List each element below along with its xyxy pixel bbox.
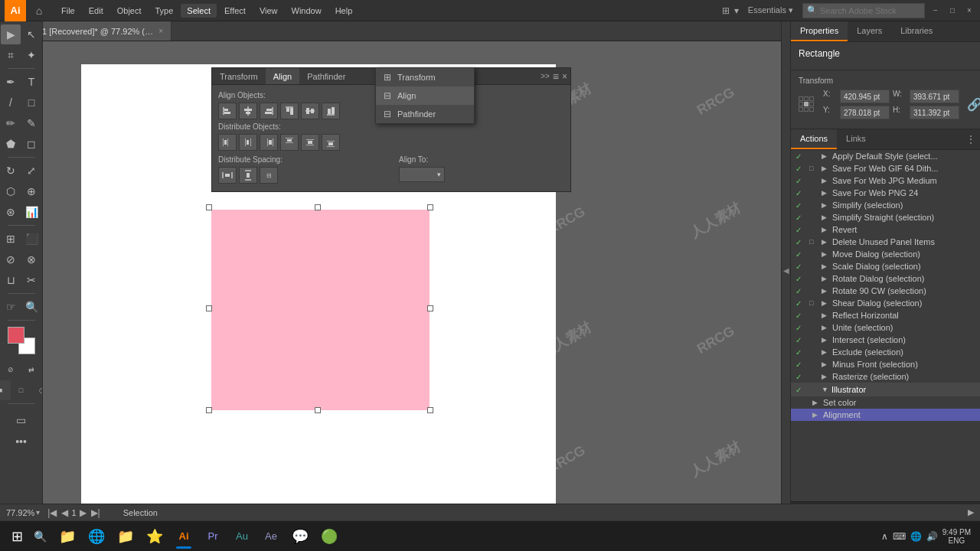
- action-row-11[interactable]: ✓ ▶ Rotate 90 CW (selection): [791, 285, 980, 297]
- sel-handle-tl[interactable]: [206, 204, 212, 210]
- nav-last[interactable]: ▶|: [90, 507, 102, 518]
- eyedropper-tool[interactable]: ⊘: [1, 249, 21, 269]
- lasso-tool[interactable]: ⌗: [1, 45, 21, 65]
- expand-sub-0[interactable]: ▶: [812, 399, 820, 406]
- expand-8[interactable]: ▶: [822, 250, 829, 258]
- start-button[interactable]: ⊞: [5, 524, 29, 549]
- mesh-tool[interactable]: ⊞: [1, 229, 21, 249]
- tray-arrow-icon[interactable]: ∧: [881, 531, 888, 542]
- action-row-8[interactable]: ✓ ▶ Move Dialog (selection): [791, 248, 980, 260]
- float-tab-align[interactable]: Align: [266, 68, 299, 84]
- rp-tab-properties[interactable]: Properties: [791, 21, 848, 41]
- sel-handle-bm[interactable]: [315, 407, 321, 413]
- action-row-15[interactable]: ✓ ▶ Intersect (selection): [791, 334, 980, 346]
- slice-tool[interactable]: ⊔: [1, 270, 21, 290]
- menu-help[interactable]: Help: [329, 4, 359, 18]
- taskbar-green[interactable]: 🟢: [315, 523, 343, 550]
- rp-tab-layers[interactable]: Layers: [848, 21, 891, 41]
- w-field[interactable]: [910, 90, 959, 103]
- expand-7[interactable]: ▶: [822, 238, 829, 246]
- line-tool[interactable]: /: [1, 93, 21, 112]
- sel-handle-tm[interactable]: [315, 204, 321, 210]
- zoom-dropdown-arrow[interactable]: ▾: [36, 508, 40, 517]
- align-bottom-edges-btn[interactable]: [322, 103, 340, 119]
- column-graph-tool[interactable]: 📊: [21, 202, 41, 222]
- blend-tool[interactable]: ⊗: [21, 249, 41, 269]
- taskbar-premiere[interactable]: Pr: [199, 523, 227, 550]
- align-horiz-center-btn[interactable]: [239, 103, 257, 119]
- sel-handle-mr[interactable]: [427, 305, 433, 311]
- search-input[interactable]: [802, 3, 925, 18]
- taskbar-ae[interactable]: Ae: [257, 523, 285, 550]
- sel-handle-br[interactable]: [427, 407, 433, 413]
- action-row-12[interactable]: ✓ □ ▶ Shear Dialog (selection): [791, 297, 980, 309]
- expand-10[interactable]: ▶: [822, 275, 829, 282]
- float-close-icon[interactable]: ×: [562, 71, 567, 82]
- direct-selection-tool[interactable]: ↖: [21, 24, 41, 44]
- dist-space3-btn[interactable]: ⊟: [260, 167, 278, 184]
- more-tools-btn[interactable]: •••: [11, 432, 31, 452]
- eraser-tool[interactable]: ◻: [21, 134, 41, 154]
- dist-horiz-space-btn[interactable]: [218, 167, 237, 184]
- tray-keyboard-icon[interactable]: ⌨: [893, 531, 906, 542]
- action-row-5[interactable]: ✓ ▶ Simplify Straight (selection): [791, 211, 980, 223]
- dist-vert-space-btn[interactable]: [239, 167, 257, 184]
- dd-item-pathfinder[interactable]: ⊟ Pathfinder: [376, 105, 474, 123]
- action-sub-1[interactable]: ▶ Alignment: [791, 409, 980, 421]
- fill-mode-btn[interactable]: ■: [0, 380, 11, 400]
- nav-first[interactable]: |◀: [46, 507, 58, 518]
- dist-left-btn[interactable]: [218, 134, 237, 151]
- menu-file[interactable]: File: [55, 4, 81, 18]
- expand-5[interactable]: ▶: [822, 214, 829, 221]
- align-to-select[interactable]: ▾: [399, 167, 445, 182]
- action-row-13[interactable]: ✓ ▶ Reflect Horizontal: [791, 309, 980, 321]
- taskbar-audition[interactable]: Au: [228, 523, 256, 550]
- action-row-10[interactable]: ✓ ▶ Rotate Dialog (selection): [791, 272, 980, 285]
- dist-right-btn[interactable]: [260, 134, 278, 151]
- taskbar-search-icon[interactable]: 🔍: [29, 526, 51, 547]
- y-field[interactable]: [840, 106, 890, 119]
- hand-tool[interactable]: ☞: [1, 297, 21, 317]
- zoom-tool[interactable]: 🔍: [21, 297, 41, 317]
- align-left-edges-btn[interactable]: [218, 103, 237, 119]
- taskbar-browser[interactable]: 🌐: [83, 523, 110, 550]
- dd-item-transform[interactable]: ⊞ Transform: [376, 68, 474, 86]
- action-row-3[interactable]: ✓ ▶ Save For Web PNG 24: [791, 187, 980, 199]
- screen-mode-btn[interactable]: ▭: [8, 410, 35, 430]
- expand-14[interactable]: ▶: [822, 324, 829, 331]
- align-vert-center-btn[interactable]: [301, 103, 319, 119]
- text-tool[interactable]: T: [21, 72, 41, 92]
- action-row-1[interactable]: ✓ □ ▶ Save For Web GIF 64 Dith...: [791, 162, 980, 174]
- magic-wand-tool[interactable]: ✦: [21, 45, 41, 65]
- dist-bottom-btn[interactable]: [322, 134, 340, 151]
- gradient-tool[interactable]: ⬛: [21, 229, 41, 249]
- menu-edit[interactable]: Edit: [83, 4, 109, 18]
- menu-view[interactable]: View: [253, 4, 284, 18]
- sel-handle-ml[interactable]: [206, 305, 212, 311]
- menu-window[interactable]: Window: [286, 4, 328, 18]
- action-row-2[interactable]: ✓ ▶ Save For Web JPG Medium: [791, 174, 980, 187]
- dist-vcenter-btn[interactable]: [301, 134, 319, 151]
- fill-none-icon[interactable]: ⊘: [1, 360, 21, 380]
- action-row-0[interactable]: ✓ ▶ Apply Default Style (select...: [791, 150, 980, 162]
- rp-tab-libraries[interactable]: Libraries: [891, 21, 942, 41]
- pink-rectangle[interactable]: [211, 210, 430, 410]
- right-collapse-handle[interactable]: ◀: [781, 21, 790, 519]
- expand-12[interactable]: ▶: [822, 299, 829, 307]
- expand-11[interactable]: ▶: [822, 287, 829, 295]
- rotate-tool[interactable]: ↻: [1, 161, 21, 181]
- expand-4[interactable]: ▶: [822, 201, 829, 209]
- x-field[interactable]: [840, 90, 890, 103]
- expand-3[interactable]: ▶: [822, 189, 829, 197]
- dist-top-btn[interactable]: [280, 134, 299, 151]
- link-proportions-icon[interactable]: 🔗: [967, 97, 980, 112]
- swap-colors-icon[interactable]: ⇄: [21, 360, 41, 380]
- taskbar-chat[interactable]: 💬: [286, 523, 314, 550]
- float-menu-icon[interactable]: ≡: [553, 70, 559, 83]
- expand-13[interactable]: ▶: [822, 311, 829, 319]
- taskbar-explorer[interactable]: 📁: [54, 523, 81, 550]
- essentials-label[interactable]: Essentials ▾: [748, 5, 793, 15]
- expand-6[interactable]: ▶: [822, 226, 829, 233]
- group-expand-icon[interactable]: ▼: [822, 386, 828, 393]
- dist-hcenter-btn[interactable]: [239, 134, 257, 151]
